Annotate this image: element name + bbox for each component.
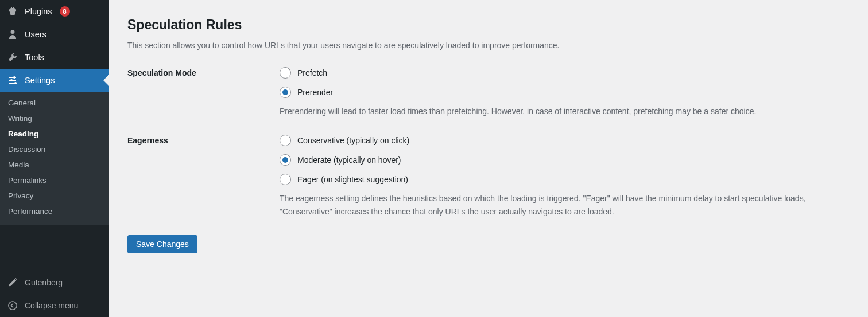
radio-label: Prerender xyxy=(297,88,333,97)
radio-prefetch[interactable]: Prefetch xyxy=(280,67,836,79)
radio-label: Moderate (typically on hover) xyxy=(297,155,401,165)
radio-label: Prefetch xyxy=(297,68,327,77)
pencil-icon xyxy=(7,277,18,288)
radio-icon xyxy=(280,154,291,166)
label-eagerness: Eagerness xyxy=(127,135,280,145)
sidebar-item-users[interactable]: Users xyxy=(0,23,109,46)
menu-label: Users xyxy=(25,30,46,39)
submenu-item-permalinks[interactable]: Permalinks xyxy=(0,173,109,188)
sliders-icon xyxy=(7,75,18,86)
menu-label: Collapse menu xyxy=(25,301,78,310)
menu-label: Gutenberg xyxy=(25,278,63,287)
section-desc: This section allows you to control how U… xyxy=(127,41,851,50)
wrench-icon xyxy=(7,52,18,63)
radio-prerender[interactable]: Prerender xyxy=(280,87,836,98)
submenu-item-reading[interactable]: Reading xyxy=(0,126,109,142)
user-icon xyxy=(7,29,18,40)
section-title: Speculation Rules xyxy=(127,17,851,33)
menu-label: Plugins xyxy=(25,7,52,16)
radio-moderate[interactable]: Moderate (typically on hover) xyxy=(280,154,836,166)
submenu-item-privacy[interactable]: Privacy xyxy=(0,188,109,203)
sidebar-item-settings[interactable]: Settings xyxy=(0,69,109,92)
sidebar-item-tools[interactable]: Tools xyxy=(0,46,109,69)
save-button[interactable]: Save Changes xyxy=(127,235,197,253)
mode-desc: Prerendering will lead to faster load ti… xyxy=(280,105,836,118)
submenu: General Writing Reading Discussion Media… xyxy=(0,92,109,225)
row-speculation-mode: Speculation Mode Prefetch Prerender Prer… xyxy=(127,67,851,118)
radio-label: Conservative (typically on click) xyxy=(297,136,409,145)
svg-point-1 xyxy=(10,79,13,81)
row-eagerness: Eagerness Conservative (typically on cli… xyxy=(127,135,851,218)
submenu-item-media[interactable]: Media xyxy=(0,157,109,173)
radio-icon xyxy=(280,87,291,98)
radio-eager[interactable]: Eager (on slightest suggestion) xyxy=(280,174,836,185)
submenu-item-general[interactable]: General xyxy=(0,95,109,111)
content-area: Speculation Rules This section allows yo… xyxy=(109,0,868,317)
plug-icon xyxy=(7,6,18,17)
eagerness-desc: The eagerness setting defines the heuris… xyxy=(280,192,836,218)
radio-icon xyxy=(280,174,291,185)
svg-point-2 xyxy=(14,82,17,84)
update-badge: 8 xyxy=(60,6,70,17)
menu-label: Tools xyxy=(25,53,44,62)
collapse-menu[interactable]: Collapse menu xyxy=(0,294,109,317)
radio-label: Eager (on slightest suggestion) xyxy=(297,175,408,184)
collapse-icon xyxy=(7,300,18,311)
svg-point-3 xyxy=(9,302,17,310)
sidebar-item-plugins[interactable]: Plugins 8 xyxy=(0,0,109,23)
radio-icon xyxy=(280,135,291,146)
submenu-item-writing[interactable]: Writing xyxy=(0,111,109,126)
radio-conservative[interactable]: Conservative (typically on click) xyxy=(280,135,836,146)
submenu-item-discussion[interactable]: Discussion xyxy=(0,142,109,157)
svg-point-0 xyxy=(13,76,16,79)
label-speculation-mode: Speculation Mode xyxy=(127,67,280,77)
submenu-item-performance[interactable]: Performance xyxy=(0,203,109,219)
menu-label: Settings xyxy=(25,76,55,85)
radio-icon xyxy=(280,67,291,79)
sidebar-item-gutenberg[interactable]: Gutenberg xyxy=(0,271,109,294)
sidebar: Plugins 8 Users Tools Settings General W… xyxy=(0,0,109,317)
